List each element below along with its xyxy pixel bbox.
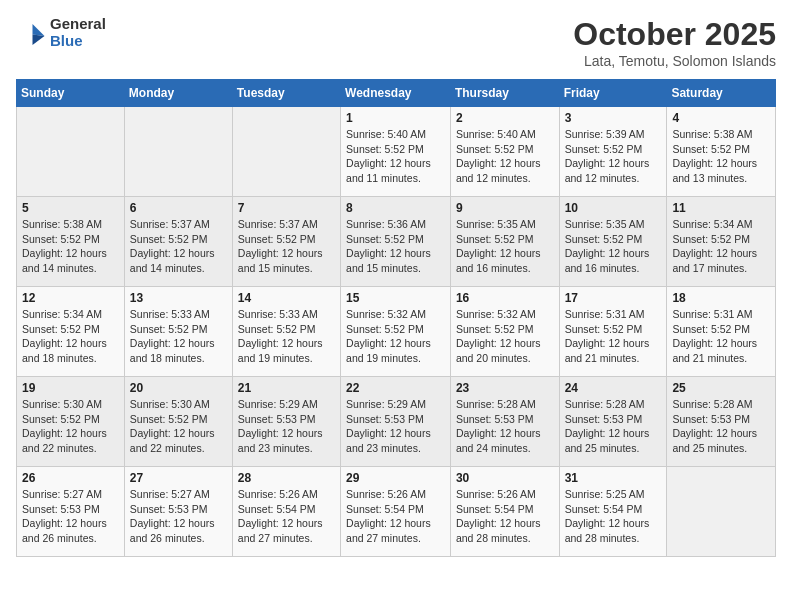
calendar-cell: 3Sunrise: 5:39 AMSunset: 5:52 PMDaylight… — [559, 107, 667, 197]
logo-icon — [16, 18, 46, 48]
day-number: 15 — [346, 291, 445, 305]
day-info: Sunrise: 5:27 AMSunset: 5:53 PMDaylight:… — [22, 487, 119, 546]
day-info: Sunrise: 5:28 AMSunset: 5:53 PMDaylight:… — [672, 397, 770, 456]
logo-general: General — [50, 16, 106, 33]
page-header: General Blue October 2025 Lata, Temotu, … — [16, 16, 776, 69]
weekday-header-sunday: Sunday — [17, 80, 125, 107]
day-info: Sunrise: 5:26 AMSunset: 5:54 PMDaylight:… — [238, 487, 335, 546]
calendar-cell: 21Sunrise: 5:29 AMSunset: 5:53 PMDayligh… — [232, 377, 340, 467]
day-number: 29 — [346, 471, 445, 485]
calendar-cell: 11Sunrise: 5:34 AMSunset: 5:52 PMDayligh… — [667, 197, 776, 287]
calendar-cell: 25Sunrise: 5:28 AMSunset: 5:53 PMDayligh… — [667, 377, 776, 467]
day-number: 1 — [346, 111, 445, 125]
day-info: Sunrise: 5:28 AMSunset: 5:53 PMDaylight:… — [456, 397, 554, 456]
day-number: 23 — [456, 381, 554, 395]
day-number: 16 — [456, 291, 554, 305]
day-number: 3 — [565, 111, 662, 125]
calendar-cell: 15Sunrise: 5:32 AMSunset: 5:52 PMDayligh… — [341, 287, 451, 377]
calendar-cell: 13Sunrise: 5:33 AMSunset: 5:52 PMDayligh… — [124, 287, 232, 377]
day-info: Sunrise: 5:30 AMSunset: 5:52 PMDaylight:… — [130, 397, 227, 456]
day-info: Sunrise: 5:27 AMSunset: 5:53 PMDaylight:… — [130, 487, 227, 546]
week-row-4: 19Sunrise: 5:30 AMSunset: 5:52 PMDayligh… — [17, 377, 776, 467]
weekday-header-saturday: Saturday — [667, 80, 776, 107]
day-info: Sunrise: 5:39 AMSunset: 5:52 PMDaylight:… — [565, 127, 662, 186]
logo-blue: Blue — [50, 33, 106, 50]
week-row-1: 1Sunrise: 5:40 AMSunset: 5:52 PMDaylight… — [17, 107, 776, 197]
weekday-header-thursday: Thursday — [450, 80, 559, 107]
day-number: 25 — [672, 381, 770, 395]
weekday-header-friday: Friday — [559, 80, 667, 107]
day-number: 2 — [456, 111, 554, 125]
logo-text: General Blue — [50, 16, 106, 49]
day-info: Sunrise: 5:31 AMSunset: 5:52 PMDaylight:… — [565, 307, 662, 366]
day-number: 28 — [238, 471, 335, 485]
day-info: Sunrise: 5:37 AMSunset: 5:52 PMDaylight:… — [238, 217, 335, 276]
calendar-cell: 23Sunrise: 5:28 AMSunset: 5:53 PMDayligh… — [450, 377, 559, 467]
day-info: Sunrise: 5:33 AMSunset: 5:52 PMDaylight:… — [238, 307, 335, 366]
calendar-cell: 5Sunrise: 5:38 AMSunset: 5:52 PMDaylight… — [17, 197, 125, 287]
day-number: 24 — [565, 381, 662, 395]
week-row-2: 5Sunrise: 5:38 AMSunset: 5:52 PMDaylight… — [17, 197, 776, 287]
calendar-table: SundayMondayTuesdayWednesdayThursdayFrid… — [16, 79, 776, 557]
day-info: Sunrise: 5:29 AMSunset: 5:53 PMDaylight:… — [346, 397, 445, 456]
calendar-cell: 31Sunrise: 5:25 AMSunset: 5:54 PMDayligh… — [559, 467, 667, 557]
location: Lata, Temotu, Solomon Islands — [573, 53, 776, 69]
day-number: 20 — [130, 381, 227, 395]
day-info: Sunrise: 5:38 AMSunset: 5:52 PMDaylight:… — [22, 217, 119, 276]
day-number: 22 — [346, 381, 445, 395]
calendar-cell: 10Sunrise: 5:35 AMSunset: 5:52 PMDayligh… — [559, 197, 667, 287]
calendar-cell: 7Sunrise: 5:37 AMSunset: 5:52 PMDaylight… — [232, 197, 340, 287]
day-info: Sunrise: 5:34 AMSunset: 5:52 PMDaylight:… — [22, 307, 119, 366]
day-number: 4 — [672, 111, 770, 125]
calendar-cell: 6Sunrise: 5:37 AMSunset: 5:52 PMDaylight… — [124, 197, 232, 287]
calendar-cell: 17Sunrise: 5:31 AMSunset: 5:52 PMDayligh… — [559, 287, 667, 377]
day-number: 6 — [130, 201, 227, 215]
day-info: Sunrise: 5:36 AMSunset: 5:52 PMDaylight:… — [346, 217, 445, 276]
day-number: 13 — [130, 291, 227, 305]
calendar-cell: 24Sunrise: 5:28 AMSunset: 5:53 PMDayligh… — [559, 377, 667, 467]
calendar-cell: 1Sunrise: 5:40 AMSunset: 5:52 PMDaylight… — [341, 107, 451, 197]
svg-marker-0 — [33, 24, 45, 36]
calendar-cell: 16Sunrise: 5:32 AMSunset: 5:52 PMDayligh… — [450, 287, 559, 377]
calendar-cell: 29Sunrise: 5:26 AMSunset: 5:54 PMDayligh… — [341, 467, 451, 557]
calendar-cell: 28Sunrise: 5:26 AMSunset: 5:54 PMDayligh… — [232, 467, 340, 557]
weekday-header-wednesday: Wednesday — [341, 80, 451, 107]
day-number: 27 — [130, 471, 227, 485]
day-number: 7 — [238, 201, 335, 215]
weekday-header-monday: Monday — [124, 80, 232, 107]
week-row-3: 12Sunrise: 5:34 AMSunset: 5:52 PMDayligh… — [17, 287, 776, 377]
day-info: Sunrise: 5:30 AMSunset: 5:52 PMDaylight:… — [22, 397, 119, 456]
calendar-cell: 18Sunrise: 5:31 AMSunset: 5:52 PMDayligh… — [667, 287, 776, 377]
weekday-header-row: SundayMondayTuesdayWednesdayThursdayFrid… — [17, 80, 776, 107]
calendar-cell: 12Sunrise: 5:34 AMSunset: 5:52 PMDayligh… — [17, 287, 125, 377]
calendar-cell: 26Sunrise: 5:27 AMSunset: 5:53 PMDayligh… — [17, 467, 125, 557]
day-info: Sunrise: 5:33 AMSunset: 5:52 PMDaylight:… — [130, 307, 227, 366]
day-info: Sunrise: 5:31 AMSunset: 5:52 PMDaylight:… — [672, 307, 770, 366]
day-info: Sunrise: 5:35 AMSunset: 5:52 PMDaylight:… — [456, 217, 554, 276]
day-number: 8 — [346, 201, 445, 215]
day-info: Sunrise: 5:38 AMSunset: 5:52 PMDaylight:… — [672, 127, 770, 186]
day-number: 17 — [565, 291, 662, 305]
calendar-cell — [124, 107, 232, 197]
day-info: Sunrise: 5:35 AMSunset: 5:52 PMDaylight:… — [565, 217, 662, 276]
day-number: 10 — [565, 201, 662, 215]
month-title: October 2025 — [573, 16, 776, 53]
calendar-cell — [667, 467, 776, 557]
day-number: 18 — [672, 291, 770, 305]
day-number: 12 — [22, 291, 119, 305]
day-number: 11 — [672, 201, 770, 215]
day-number: 26 — [22, 471, 119, 485]
calendar-cell — [232, 107, 340, 197]
calendar-cell: 30Sunrise: 5:26 AMSunset: 5:54 PMDayligh… — [450, 467, 559, 557]
calendar-cell: 2Sunrise: 5:40 AMSunset: 5:52 PMDaylight… — [450, 107, 559, 197]
day-info: Sunrise: 5:25 AMSunset: 5:54 PMDaylight:… — [565, 487, 662, 546]
calendar-cell: 14Sunrise: 5:33 AMSunset: 5:52 PMDayligh… — [232, 287, 340, 377]
day-info: Sunrise: 5:26 AMSunset: 5:54 PMDaylight:… — [456, 487, 554, 546]
day-info: Sunrise: 5:32 AMSunset: 5:52 PMDaylight:… — [456, 307, 554, 366]
day-number: 30 — [456, 471, 554, 485]
calendar-cell: 22Sunrise: 5:29 AMSunset: 5:53 PMDayligh… — [341, 377, 451, 467]
day-info: Sunrise: 5:28 AMSunset: 5:53 PMDaylight:… — [565, 397, 662, 456]
calendar-cell: 4Sunrise: 5:38 AMSunset: 5:52 PMDaylight… — [667, 107, 776, 197]
svg-marker-1 — [33, 34, 45, 45]
day-number: 5 — [22, 201, 119, 215]
